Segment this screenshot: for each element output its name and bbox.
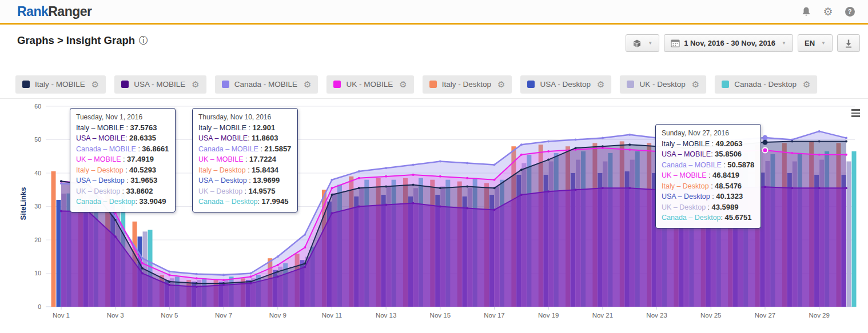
series-swatch — [429, 81, 437, 88]
series-label: Canada - Desktop — [734, 80, 797, 89]
chart-menu-icon[interactable] — [851, 109, 860, 119]
help-icon[interactable]: ? — [844, 6, 855, 17]
legend-chip[interactable]: UK - Desktop⚙ — [620, 75, 706, 93]
bell-icon[interactable] — [801, 6, 812, 17]
series-settings-icon[interactable]: ⚙ — [803, 80, 810, 89]
app-root: RankRanger ⚙ ? Graphs > Insight Graph ⓘ — [0, 0, 868, 327]
tooltip-row: USA – MOBILE: 28.6335 — [76, 133, 169, 144]
download-icon — [844, 39, 853, 48]
svg-text:40: 40 — [34, 170, 41, 176]
legend-chip[interactable]: Italy - MOBILE⚙ — [15, 75, 106, 93]
svg-text:20: 20 — [34, 236, 41, 243]
tooltip-date: Sunday, Nov 27, 2016 — [662, 129, 754, 139]
series-label: Canada - MOBILE — [234, 80, 297, 89]
legend-divider — [0, 98, 868, 99]
svg-text:0: 0 — [38, 303, 41, 310]
series-label: UK - MOBILE — [346, 80, 393, 89]
series-legend: Italy - MOBILE⚙USA - MOBILE⚙Canada - MOB… — [0, 75, 868, 93]
tooltip-row: UK – Desktop : 33.8602 — [76, 186, 169, 197]
series-label: USA - Desktop — [540, 80, 591, 89]
series-label: UK - Desktop — [639, 80, 685, 89]
series-settings-icon[interactable]: ⚙ — [497, 80, 505, 89]
svg-text:Nov 23: Nov 23 — [646, 312, 667, 319]
info-icon[interactable]: ⓘ — [139, 35, 148, 47]
toolbar: ▼ 1 Nov, 2016 - 30 Nov, 2016 ▼ EN ▼ — [626, 34, 860, 52]
highlight-marker — [762, 140, 767, 145]
modules-button[interactable]: ▼ — [626, 34, 659, 52]
language-button[interactable]: EN ▼ — [798, 34, 833, 52]
series-swatch — [222, 81, 229, 88]
svg-text:60: 60 — [34, 103, 41, 110]
calendar-icon — [671, 39, 680, 47]
tooltip-date: Thursday, Nov 10, 2016 — [198, 113, 291, 123]
svg-text:Nov 21: Nov 21 — [592, 312, 613, 319]
series-settings-icon[interactable]: ⚙ — [399, 80, 407, 89]
chart-tooltip: Thursday, Nov 10, 2016Italy – MOBILE : 1… — [192, 108, 298, 212]
svg-text:10: 10 — [34, 270, 41, 276]
series-settings-icon[interactable]: ⚙ — [597, 80, 604, 89]
highlight-marker — [762, 135, 767, 141]
tooltip-row: UK – MOBILE : 37.4919 — [76, 154, 169, 165]
svg-text:30: 30 — [34, 203, 41, 210]
tooltip-row: UK – Desktop : 43.5989 — [662, 202, 754, 213]
tooltip-row: Italy – Desktop : 40.5293 — [76, 165, 169, 176]
svg-text:Nov 27: Nov 27 — [755, 312, 775, 319]
series-swatch — [627, 81, 634, 88]
legend-chip[interactable]: Italy - Desktop⚙ — [423, 75, 512, 93]
download-button[interactable] — [837, 34, 860, 52]
caret-down-icon: ▼ — [821, 41, 826, 46]
legend-chip[interactable]: USA - MOBILE⚙ — [114, 75, 206, 93]
series-swatch — [333, 81, 341, 88]
legend-chip[interactable]: UK - MOBILE⚙ — [327, 75, 413, 93]
chart-area: SiteLinks 0102030405060Nov 1Nov 3Nov 5No… — [0, 102, 868, 327]
highlight-marker — [762, 147, 767, 153]
logo-text-rank: Rank — [17, 4, 48, 19]
page-title: Graphs > Insight Graph — [17, 34, 135, 47]
tooltip-row: UK – MOBILE : 17.7224 — [198, 154, 291, 165]
tooltip-row: Italy – Desktop : 48.5476 — [662, 181, 754, 192]
svg-text:Nov 5: Nov 5 — [161, 312, 178, 319]
header-icons: ⚙ ? — [801, 6, 855, 17]
legend-chip[interactable]: Canada - MOBILE⚙ — [215, 75, 318, 93]
date-range-button[interactable]: 1 Nov, 2016 - 30 Nov, 2016 ▼ — [664, 34, 793, 52]
series-swatch — [722, 81, 729, 88]
tooltip-row: USA – Desktop : 40.1323 — [662, 191, 754, 202]
breadcrumb: Graphs > Insight Graph ⓘ — [17, 34, 148, 47]
tooltip-row: USA – MOBILE: 11.8603 — [198, 133, 291, 144]
series-settings-icon[interactable]: ⚙ — [304, 80, 311, 89]
chart-tooltip: Sunday, Nov 27, 2016Italy – MOBILE : 49.… — [655, 124, 761, 228]
svg-text:50: 50 — [34, 136, 41, 143]
gear-icon[interactable]: ⚙ — [822, 6, 834, 17]
svg-text:Nov 19: Nov 19 — [538, 312, 559, 319]
series-settings-icon[interactable]: ⚙ — [692, 80, 699, 89]
help-glyph: ? — [845, 7, 855, 17]
tooltip-row: Canada – Desktop: 45.6751 — [662, 212, 754, 223]
tooltip-row: Canada – Desktop: 17.9945 — [198, 196, 291, 207]
tooltip-row: UK – MOBILE : 46.8419 — [662, 170, 754, 181]
legend-chip[interactable]: Canada - Desktop⚙ — [715, 75, 817, 93]
tooltip-row: Italy – MOBILE : 12.901 — [198, 123, 291, 134]
caret-down-icon: ▼ — [648, 41, 652, 46]
series-settings-icon[interactable]: ⚙ — [91, 80, 99, 89]
tooltip-row: Italy – Desktop : 15.8434 — [198, 165, 291, 176]
top-header: RankRanger ⚙ ? — [0, 0, 868, 23]
tooltip-row: USA – Desktop : 13.9699 — [198, 175, 291, 186]
logo-text-ranger: Ranger — [48, 4, 91, 19]
tooltip-row: Italy – MOBILE : 37.5763 — [76, 123, 169, 134]
rankranger-logo[interactable]: RankRanger — [17, 4, 92, 19]
tooltip-date: Tuesday, Nov 1, 2016 — [76, 113, 169, 123]
tooltip-row: USA – Desktop : 31.9653 — [76, 175, 169, 186]
series-swatch — [121, 81, 129, 88]
series-swatch — [527, 81, 535, 88]
series-label: Italy - MOBILE — [35, 80, 85, 89]
svg-text:Nov 7: Nov 7 — [215, 312, 232, 319]
svg-text:Nov 3: Nov 3 — [107, 312, 124, 319]
date-range-value: 1 Nov, 2016 - 30 Nov, 2016 — [684, 39, 775, 47]
svg-text:Nov 9: Nov 9 — [269, 312, 286, 319]
tooltip-row: Canada – MOBILE : 36.8661 — [76, 144, 169, 155]
chart-tooltip: Tuesday, Nov 1, 2016Italy – MOBILE : 37.… — [70, 108, 176, 212]
series-settings-icon[interactable]: ⚙ — [192, 80, 199, 89]
tooltip-row: UK – Desktop : 14.9575 — [198, 186, 291, 197]
legend-chip[interactable]: USA - Desktop⚙ — [520, 75, 611, 93]
tooltip-row: Canada – Desktop: 33.9049 — [76, 196, 169, 207]
